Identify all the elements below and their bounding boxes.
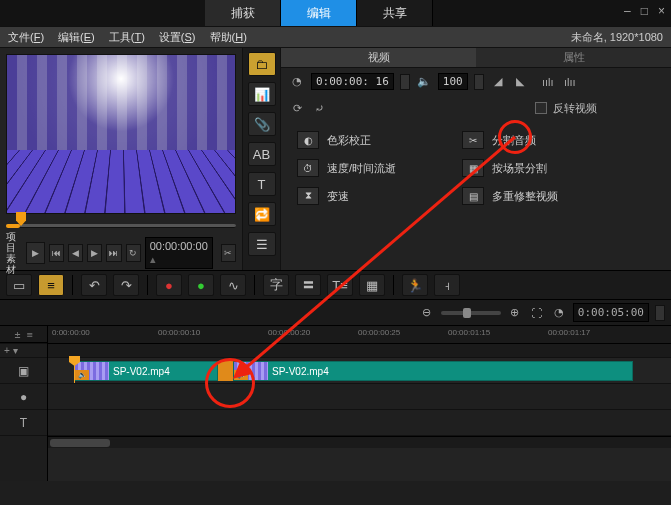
preview-timecode[interactable]: 00:00:00:00 ▴ — [145, 237, 213, 269]
speed-icon: ⏱ — [297, 159, 319, 177]
speed-time-button[interactable]: ⏱速度/时间流逝 — [297, 159, 396, 177]
split-audio-icon: ✂ — [462, 131, 484, 149]
mixer-button[interactable]: ⫞ — [434, 274, 460, 296]
duration-field[interactable]: 0:00:00: 16 — [311, 73, 394, 90]
fade-out-icon[interactable]: ◣ — [512, 74, 528, 90]
clip-audio-icon: 🔈 — [234, 370, 248, 380]
ruler-tick: 00:00:00:25 — [358, 328, 400, 337]
timeline-tc-spinner[interactable] — [655, 305, 665, 321]
variable-speed-button[interactable]: ⧗变速 — [297, 187, 396, 205]
filters-button[interactable]: 📎 — [248, 112, 276, 136]
title-button[interactable]: AB — [248, 142, 276, 166]
redo-button[interactable]: ↷ — [113, 274, 139, 296]
timecode-clock-icon: ◔ — [551, 305, 567, 321]
tab-edit[interactable]: 编辑 — [281, 0, 357, 26]
flip-icon[interactable]: ⤾ — [311, 100, 327, 116]
loop-button[interactable]: ↻ — [126, 244, 141, 262]
trim-bar[interactable] — [6, 216, 236, 238]
clip-name: SP-V02.mp4 — [109, 366, 174, 377]
prev-frame-button[interactable]: ◀ — [68, 244, 83, 262]
audio-filter2-icon[interactable]: ılıı — [562, 74, 578, 90]
multi-trim-button[interactable]: ▤多重修整视频 — [462, 187, 558, 205]
multi-trim-icon: ▤ — [462, 187, 484, 205]
text-button[interactable]: T — [248, 172, 276, 196]
ruler-head: ± ≡ — [0, 326, 47, 344]
menu-help[interactable]: 帮助(H) — [210, 30, 247, 45]
timeline-timecode[interactable]: 0:00:05:00 — [573, 303, 649, 322]
timeline-view-button[interactable]: ≡ — [38, 274, 64, 296]
split-audio-button[interactable]: ✂分割音频 — [462, 131, 558, 149]
clip-gap[interactable] — [218, 361, 233, 381]
preview-monitor[interactable] — [6, 54, 236, 214]
fit-timeline-button[interactable]: ⛶ — [529, 305, 545, 321]
reverse-video-checkbox[interactable] — [535, 102, 547, 114]
audio-wave-button[interactable]: ∿ — [220, 274, 246, 296]
menu-tool[interactable]: 工具(T) — [109, 30, 145, 45]
ruler-tick: 00:00:00:10 — [158, 328, 200, 337]
go-start-button[interactable]: ⏮ — [49, 244, 64, 262]
zoom-slider[interactable] — [441, 311, 501, 315]
motion-button[interactable]: 🏃 — [402, 274, 428, 296]
menu-settings[interactable]: 设置(S) — [159, 30, 196, 45]
next-frame-button[interactable]: ▶ — [87, 244, 102, 262]
audio-button[interactable]: ☰ — [248, 232, 276, 256]
media-library-button[interactable]: 🗀 — [248, 52, 276, 76]
split-by-scene-button[interactable]: ▦按场景分割 — [462, 159, 558, 177]
play-button[interactable]: ▶ — [26, 242, 44, 264]
rotate-icon[interactable]: ⟳ — [289, 100, 305, 116]
timeline-scrollbar[interactable] — [48, 436, 671, 448]
undo-button[interactable]: ↶ — [81, 274, 107, 296]
zoom-out-button[interactable]: ⊖ — [419, 305, 435, 321]
track-add-strip[interactable] — [48, 344, 671, 358]
tab-capture[interactable]: 捕获 — [205, 0, 281, 26]
window-minimize[interactable]: – — [624, 4, 631, 18]
time-ruler[interactable]: 0:00:00:00 00:00:00:10 00:00:00:20 00:00… — [48, 326, 671, 344]
window-maximize[interactable]: □ — [641, 4, 648, 18]
duration-icon: ◔ — [289, 74, 305, 90]
audio-filter-icon[interactable]: ıılı — [540, 74, 556, 90]
fade-in-icon[interactable]: ◢ — [490, 74, 506, 90]
project-title: 未命名, 1920*1080 — [571, 30, 663, 45]
volume-icon: 🔈 — [416, 74, 432, 90]
scene-icon: ▦ — [462, 159, 484, 177]
video-track[interactable]: SP-V02.mp4 🔈 SP-V02.mp4 🔈 — [48, 358, 671, 384]
go-end-button[interactable]: ⏭ — [106, 244, 121, 262]
subtitle-button[interactable]: 字 — [263, 274, 289, 296]
reverse-video-label: 反转视频 — [553, 101, 597, 116]
menu-file[interactable]: 文件(F) — [8, 30, 44, 45]
menu-edit[interactable]: 编辑(E) — [58, 30, 95, 45]
auto-subtitle-button[interactable]: 〓 — [295, 274, 321, 296]
title-track[interactable] — [48, 410, 671, 436]
video-track-head[interactable]: ▣ — [0, 358, 47, 384]
record-green-button[interactable]: ● — [188, 274, 214, 296]
playhead[interactable] — [74, 358, 75, 383]
duration-spinner[interactable] — [400, 74, 410, 90]
title-track-head[interactable]: T — [0, 410, 47, 436]
overlay-track-head[interactable]: ● — [0, 384, 47, 410]
color-correction-button[interactable]: ◐色彩校正 — [297, 131, 396, 149]
track-add-head[interactable]: + ▾ — [0, 344, 47, 358]
transitions-button[interactable]: 📊 — [248, 82, 276, 106]
ruler-tick: 00:00:00:20 — [268, 328, 310, 337]
zoom-in-button[interactable]: ⊕ — [507, 305, 523, 321]
ruler-tick: 00:00:01:17 — [548, 328, 590, 337]
volume-spinner[interactable] — [474, 74, 484, 90]
graphics-button[interactable]: 🔁 — [248, 202, 276, 226]
tab-share[interactable]: 共享 — [357, 0, 433, 26]
clip-1[interactable]: SP-V02.mp4 🔈 — [74, 361, 218, 381]
split-clip-button[interactable]: ✂ — [221, 244, 236, 262]
color-correction-icon: ◐ — [297, 131, 319, 149]
clip-2[interactable]: SP-V02.mp4 🔈 — [233, 361, 633, 381]
ruler-tick: 0:00:00:00 — [52, 328, 90, 337]
grid-button[interactable]: ▦ — [359, 274, 385, 296]
clip-name: SP-V02.mp4 — [268, 366, 333, 377]
storyboard-view-button[interactable]: ▭ — [6, 274, 32, 296]
window-close[interactable]: × — [658, 4, 665, 18]
overlay-track[interactable] — [48, 384, 671, 410]
volume-field[interactable]: 100 — [438, 73, 468, 90]
panel-tab-attribute[interactable]: 属性 — [476, 48, 671, 67]
title-tool-button[interactable]: T≡ — [327, 274, 353, 296]
panel-tab-video[interactable]: 视频 — [281, 48, 476, 67]
clip-audio-icon: 🔈 — [75, 370, 89, 380]
record-button[interactable]: ● — [156, 274, 182, 296]
